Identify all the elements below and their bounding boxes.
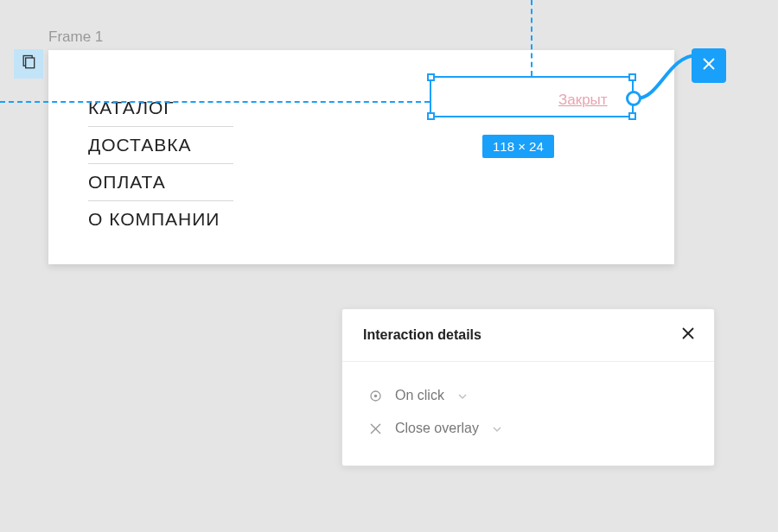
- menu-item-catalog[interactable]: КАТАЛОГ: [88, 90, 233, 127]
- frame-icon: [20, 54, 37, 74]
- interaction-details-panel: Interaction details On click: [341, 308, 715, 466]
- svg-rect-1: [26, 58, 35, 68]
- menu-list: КАТАЛОГ ДОСТАВКА ОПЛАТА О КОМПАНИИ: [88, 90, 233, 238]
- trigger-row[interactable]: On click: [368, 379, 688, 412]
- selection-box[interactable]: [430, 76, 634, 117]
- action-label: Close overlay: [395, 421, 479, 436]
- frame-label[interactable]: Frame 1: [48, 28, 103, 46]
- resize-handle-top-left[interactable]: [427, 73, 435, 81]
- action-row[interactable]: Close overlay: [368, 412, 688, 445]
- menu-item-about[interactable]: О КОМПАНИИ: [88, 201, 233, 238]
- alignment-guide-horizontal: [0, 101, 430, 103]
- resize-handle-top-right[interactable]: [628, 73, 636, 81]
- menu-item-delivery[interactable]: ДОСТАВКА: [88, 127, 233, 164]
- alignment-guide-vertical: [531, 0, 532, 76]
- x-icon: [368, 421, 382, 435]
- chevron-down-icon: [493, 421, 501, 436]
- chevron-down-icon: [458, 388, 467, 403]
- close-icon: [701, 56, 717, 75]
- prototype-connector-handle[interactable]: [626, 91, 641, 106]
- menu-item-payment[interactable]: ОПЛАТА: [88, 164, 233, 201]
- panel-header: Interaction details: [342, 309, 714, 362]
- resize-handle-bottom-left[interactable]: [427, 112, 435, 120]
- svg-point-7: [373, 394, 377, 397]
- resize-handle-bottom-right[interactable]: [628, 112, 636, 120]
- frame-badge[interactable]: [14, 49, 43, 79]
- panel-body: On click Close overlay: [342, 362, 714, 466]
- target-icon: [368, 389, 382, 402]
- selection-size-badge: 118 × 24: [482, 135, 554, 158]
- close-icon: [679, 330, 697, 345]
- prototype-close-action-node[interactable]: [692, 48, 726, 83]
- panel-close-button[interactable]: [679, 325, 697, 345]
- panel-title: Interaction details: [363, 327, 481, 343]
- trigger-label: On click: [395, 388, 444, 403]
